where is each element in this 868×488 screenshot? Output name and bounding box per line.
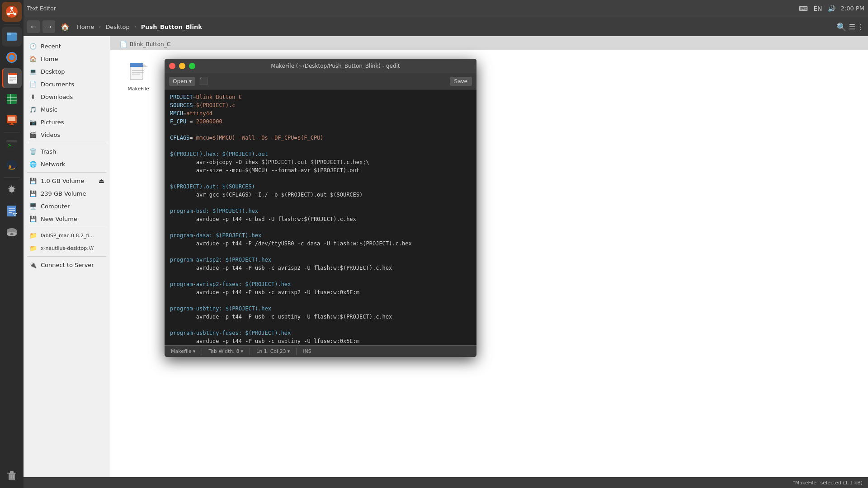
gedit-toolbar-icon[interactable]: ⬛ xyxy=(199,77,208,85)
sidebar-item-home[interactable]: 🏠 Home xyxy=(24,52,110,65)
sidebar-item-videos[interactable]: 🎬 Videos xyxy=(24,128,110,141)
taskbar-text-editor-icon[interactable] xyxy=(2,68,22,88)
file-icon-makefile[interactable]: MakeFile xyxy=(120,60,156,94)
sidebar-item-newvol[interactable]: 💾 New Volume xyxy=(24,212,110,225)
gedit-code-area[interactable]: PROJECT=Blink_Button_C SOURCES=$(PROJECT… xyxy=(165,89,476,345)
keyboard-indicator: ⌨ xyxy=(799,5,808,12)
svg-point-2 xyxy=(14,13,16,15)
insert-label: INS xyxy=(303,348,311,354)
xnaut-icon: 📁 xyxy=(29,244,37,252)
taskbar-disk-icon[interactable] xyxy=(2,222,22,242)
content-area: 🕐 Recent 🏠 Home 💻 Desktop 📄 Documents ⬇️… xyxy=(24,36,868,477)
lang-indicator: EN xyxy=(813,5,822,12)
sidebar-item-computer[interactable]: 🖥️ Computer xyxy=(24,200,110,212)
taskbar-ubuntu-icon[interactable] xyxy=(2,2,22,22)
sidebar-item-documents[interactable]: 📄 Documents xyxy=(24,78,110,90)
home-icon: 🏠 xyxy=(29,55,37,63)
vol1-eject-icon[interactable]: ⏏ xyxy=(99,177,104,184)
taskbar-trash-icon[interactable] xyxy=(2,465,22,485)
breadcrumb-desktop[interactable]: Desktop xyxy=(103,23,132,31)
code-editor[interactable]: PROJECT=Blink_Button_C SOURCES=$(PROJECT… xyxy=(165,89,476,345)
svg-point-40 xyxy=(10,233,14,235)
svg-rect-26 xyxy=(6,140,17,142)
view-options: ☰ ⋮ xyxy=(849,23,864,31)
sidebar-item-downloads[interactable]: ⬇️ Downloads xyxy=(24,90,110,103)
grid-view-icon[interactable]: ⋮ xyxy=(857,23,864,31)
tab-width-selector[interactable]: Tab Width: 8 ▾ xyxy=(207,347,245,355)
sidebar-item-vol1[interactable]: 💾 1.0 GB Volume ⏏ xyxy=(24,174,110,187)
gedit-toolbar: Open ▾ ⬛ Save xyxy=(165,73,476,89)
sidebar-label-home: Home xyxy=(41,56,58,62)
search-button[interactable]: 🔍 xyxy=(836,22,846,32)
position-label: Ln 1, Col 23 xyxy=(256,348,286,354)
sidebar-sep-4 xyxy=(27,256,106,257)
sidebar-sep-1 xyxy=(27,143,106,143)
taskbar-writer-icon[interactable] xyxy=(2,201,22,221)
pictures-icon: 📷 xyxy=(29,118,37,126)
sidebar-item-trash[interactable]: 🗑️ Trash xyxy=(24,145,110,158)
gedit-save-button[interactable]: Save xyxy=(450,77,472,86)
svg-rect-22 xyxy=(8,117,15,121)
sidebar-item-vol2[interactable]: 💾 239 GB Volume xyxy=(24,187,110,200)
gedit-window-title: MakeFile (~/Desktop/Push_Button_Blink) -… xyxy=(199,63,472,69)
taskbar-settings-icon[interactable] xyxy=(2,180,22,200)
taskbar-firefox-icon[interactable] xyxy=(2,47,22,67)
breadcrumb-folder[interactable]: Push_Button_Blink xyxy=(138,23,205,31)
sidebar-label-music: Music xyxy=(41,106,57,113)
sidebar-item-network[interactable]: 🌐 Network xyxy=(24,158,110,170)
sidebar-label-recent: Recent xyxy=(41,43,61,50)
sidebar-item-music[interactable]: 🎵 Music xyxy=(24,103,110,116)
sidebar-label-xnaut: x-nautilus-desktop:/// xyxy=(41,245,94,251)
list-view-icon[interactable]: ☰ xyxy=(849,23,855,31)
taskbar-spreadsheet-icon[interactable] xyxy=(2,89,22,109)
gedit-open-button[interactable]: Open ▾ xyxy=(169,77,195,86)
sidebar-item-desktop[interactable]: 💻 Desktop xyxy=(24,65,110,78)
sidebar-sep-2 xyxy=(27,172,106,173)
gedit-statusbar: Makefile ▾ Tab Width: 8 ▾ Ln 1, Col 23 ▾ xyxy=(165,345,476,357)
breadcrumb-home-icon[interactable]: 🏠 xyxy=(58,22,72,32)
volume-indicator: 🔊 xyxy=(828,5,835,12)
open-dropdown-icon[interactable]: ▾ xyxy=(189,78,192,84)
status-sep-2 xyxy=(250,348,250,355)
taskbar-sep-2 xyxy=(4,132,20,132)
sidebar: 🕐 Recent 🏠 Home 💻 Desktop 📄 Documents ⬇️… xyxy=(24,36,110,477)
sidebar-item-connect[interactable]: 🔌 Connect to Server xyxy=(24,258,110,271)
breadcrumb-home[interactable]: Home xyxy=(74,23,97,31)
taskbar-presentation-icon[interactable] xyxy=(2,110,22,130)
sidebar-item-recent[interactable]: 🕐 Recent xyxy=(24,40,110,52)
makefile-icon xyxy=(127,62,149,84)
sidebar-item-xnaut[interactable]: 📁 x-nautilus-desktop:/// xyxy=(24,242,110,254)
sidebar-label-downloads: Downloads xyxy=(41,94,73,100)
sidebar-sep-3 xyxy=(27,227,106,227)
vol1-icon: 💾 xyxy=(29,177,37,185)
sidebar-label-connect: Connect to Server xyxy=(41,262,94,268)
taskbar: >_ a xyxy=(0,0,24,488)
sidebar-label-desktop: Desktop xyxy=(41,68,65,75)
position-selector[interactable]: Ln 1, Col 23 ▾ xyxy=(255,347,292,355)
sidebar-item-pictures[interactable]: 📷 Pictures xyxy=(24,116,110,128)
sidebar-label-computer: Computer xyxy=(41,203,70,210)
file-tab[interactable]: 📄 Blink_Button_C xyxy=(114,39,176,50)
svg-marker-48 xyxy=(143,63,146,67)
breadcrumb-sep-1: › xyxy=(99,23,101,30)
nav-back-button[interactable]: ← xyxy=(27,20,40,33)
window-minimize-button[interactable] xyxy=(179,63,185,69)
app-title: Text Editor xyxy=(27,5,56,12)
bottom-status-bar: "MakeFile" selected (1.1 kB) xyxy=(24,477,868,488)
language-selector[interactable]: Makefile ▾ xyxy=(169,347,197,355)
taskbar-terminal-icon[interactable]: >_ xyxy=(2,135,22,155)
taskbar-files-icon[interactable] xyxy=(2,27,22,47)
tab-width-label: Tab Width: 8 xyxy=(208,348,239,354)
sidebar-item-fab[interactable]: 📁 fabISP_mac.0.8.2_fi... xyxy=(24,229,110,242)
desktop-icon: 💻 xyxy=(29,67,37,75)
nav-forward-button[interactable]: → xyxy=(42,20,55,33)
open-label: Open xyxy=(173,78,187,84)
svg-rect-49 xyxy=(130,63,143,67)
sidebar-label-fab: fabISP_mac.0.8.2_fi... xyxy=(41,233,94,239)
connect-icon: 🔌 xyxy=(29,261,37,269)
window-maximize-button[interactable] xyxy=(189,63,195,69)
taskbar-amazon-icon[interactable]: a xyxy=(2,155,22,175)
insert-mode[interactable]: INS xyxy=(301,347,313,355)
language-label: Makefile xyxy=(171,348,192,354)
window-close-button[interactable] xyxy=(169,63,175,69)
